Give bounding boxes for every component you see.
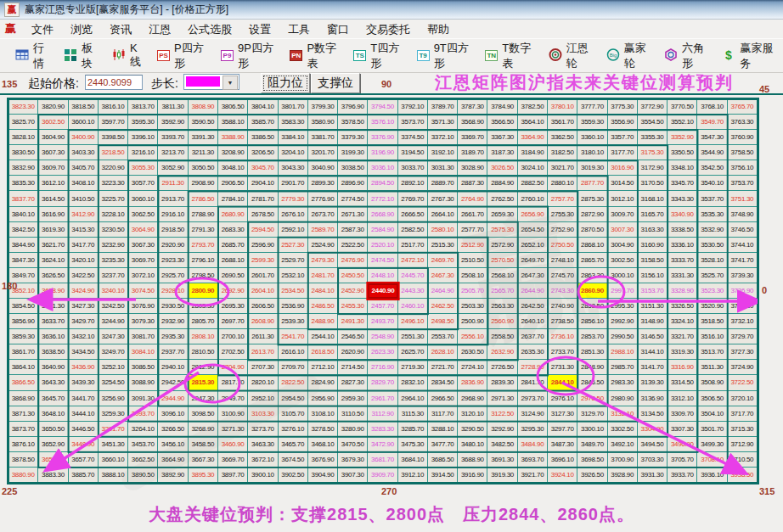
toolbar-item-winner-service[interactable]: $赢家服务: [715, 37, 783, 75]
grid-cell: 3499.30: [697, 437, 727, 452]
grid-cell: 2484.10: [308, 283, 338, 299]
grid-cell: 2769.70: [398, 191, 428, 206]
grid-cell: 3062.50: [128, 207, 158, 222]
angle-label-315: 315: [759, 486, 775, 496]
toolbar-item-t-number-table[interactable]: TNT数字表: [478, 37, 541, 75]
menu-item-4[interactable]: 公式选股: [179, 21, 240, 37]
grid-cell: 3170.50: [638, 176, 668, 191]
grid-cell: 3211.30: [189, 145, 218, 160]
grid-cell: 3158.50: [638, 253, 668, 268]
grid-cell: 2853.70: [577, 329, 607, 344]
menu-item-2[interactable]: 资讯: [101, 21, 140, 37]
menu-item-5[interactable]: 设置: [240, 21, 279, 37]
grid-cell: 2844.10: [548, 375, 577, 390]
grid-cell: 3760.90: [728, 130, 758, 145]
grid-cell: 3016.90: [608, 160, 638, 176]
toolbar-item-label: 行情: [33, 41, 50, 71]
menu-item-1[interactable]: 浏览: [62, 21, 101, 37]
grid-cell: 2968.90: [458, 391, 487, 406]
grid-cell: 2937.70: [158, 344, 188, 360]
toolbar-item-hexagon[interactable]: 六角形: [657, 37, 715, 75]
grid-cell: 2572.90: [487, 238, 517, 253]
grid-cell: 2680.90: [218, 207, 248, 222]
grid-cell: 2875.30: [577, 191, 607, 206]
grid-cell: 3088.90: [128, 375, 158, 390]
grid-cell: 2935.30: [158, 329, 188, 344]
grid-cell: 2784.10: [218, 191, 248, 206]
support-button[interactable]: 支撑位: [311, 73, 360, 93]
grid-cell: 3554.50: [638, 115, 668, 130]
chevron-down-icon[interactable]: ▼: [223, 76, 238, 90]
grid-cell: 2577.70: [458, 222, 487, 238]
grid-cell: 3302.50: [608, 422, 638, 437]
grid-cell: 2546.50: [338, 329, 368, 344]
grid-cell: 2455.30: [338, 299, 368, 314]
toolbar-item-t-square[interactable]: TST四方形: [346, 37, 409, 75]
menu-item-7[interactable]: 窗口: [318, 21, 358, 37]
grid-cell: 3453.70: [128, 437, 158, 452]
menu-item-9[interactable]: 帮助: [419, 21, 458, 37]
grid-cell: 2520.10: [368, 238, 397, 253]
toolbar-item-winner-wheel[interactable]: Big赢家轮: [600, 37, 657, 75]
menu-item-3[interactable]: 江恩: [140, 21, 179, 37]
grid-cell: 3352.90: [668, 130, 697, 145]
menu-item-0[interactable]: 文件: [23, 21, 62, 37]
grid-cell: 3813.70: [128, 99, 158, 115]
grid-cell: 3067.30: [128, 238, 158, 253]
start-price-input[interactable]: [85, 75, 143, 90]
grid-cell: 3652.90: [38, 437, 68, 452]
grid-cell: 3568.90: [458, 115, 487, 130]
grid-cell: 3009.70: [608, 207, 638, 222]
grid-cell: 3458.50: [189, 437, 218, 452]
toolbar-item-kline[interactable]: K线: [105, 38, 150, 73]
grid-cell: 3021.70: [548, 160, 577, 176]
toolbar-item-p-square[interactable]: PSP四方形: [150, 37, 214, 75]
grid-cell: 3184.90: [518, 145, 548, 160]
grid-cell: 3084.10: [128, 344, 158, 360]
toolbar-item-quotes[interactable]: 行情: [8, 37, 57, 75]
angle-label-225: 225: [2, 486, 17, 496]
grid-cell: 3134.50: [638, 406, 668, 422]
grid-cell: 3007.30: [608, 222, 638, 238]
divider: [0, 93, 783, 95]
resistance-button[interactable]: 阻力位: [261, 73, 310, 93]
grid-cell: 2481.70: [308, 268, 338, 283]
grid-cell: 3722.50: [728, 375, 758, 390]
grid-cell: 2870.50: [577, 222, 607, 238]
grid-cell: 3379.30: [338, 130, 368, 145]
toolbar-item-label: 六角形: [682, 41, 708, 71]
grid-cell: 3890.50: [128, 468, 158, 483]
grid-cell: 3122.50: [487, 406, 517, 422]
grid-cell: 3765.70: [728, 99, 758, 115]
grid-cell: 3468.10: [308, 437, 338, 452]
grid-cell: 3633.70: [38, 314, 68, 329]
toolbar-item-label: P数字表: [307, 41, 340, 71]
menu-item-8[interactable]: 交易委托: [358, 21, 419, 37]
grid-cell: 3892.90: [158, 468, 188, 483]
grid-cell: 3475.30: [398, 437, 428, 452]
toolbar-item-gann-wheel[interactable]: 江恩轮: [542, 37, 600, 75]
menu-item-6[interactable]: 工具: [279, 21, 318, 37]
grid-cell: 3897.70: [218, 468, 248, 483]
grid-cell: 3141.70: [638, 360, 668, 375]
grid-cell: 3470.50: [338, 437, 368, 452]
grid-cell: 3372.10: [428, 130, 458, 145]
grid-cell: 2584.90: [368, 222, 397, 238]
grid-cell: 2570.50: [487, 253, 517, 268]
grid-cell: 3480.10: [458, 437, 487, 452]
toolbar-item-9t-square[interactable]: T99T四方形: [410, 37, 479, 75]
grid-cell: 3772.90: [638, 99, 668, 115]
grid-cell: 3525.70: [697, 268, 727, 283]
grid-cell: 3494.50: [638, 437, 668, 452]
grid-cell: 3026.50: [487, 160, 517, 176]
grid-cell: 3700.90: [608, 452, 638, 468]
toolbar-item-p-number-table[interactable]: PNP数字表: [283, 37, 346, 75]
grid-cell: 3000.10: [608, 268, 638, 283]
grid-cell: 2594.50: [248, 222, 278, 238]
grid-cell: 3789.70: [428, 99, 458, 115]
grid-cell: 3182.50: [548, 145, 577, 160]
step-color-dropdown[interactable]: ▼: [183, 74, 239, 90]
toolbar-item-9p-square[interactable]: P99P四方形: [214, 37, 283, 75]
toolbar-item-sectors[interactable]: 板块: [57, 37, 105, 75]
grid-cell: 3177.70: [608, 145, 638, 160]
